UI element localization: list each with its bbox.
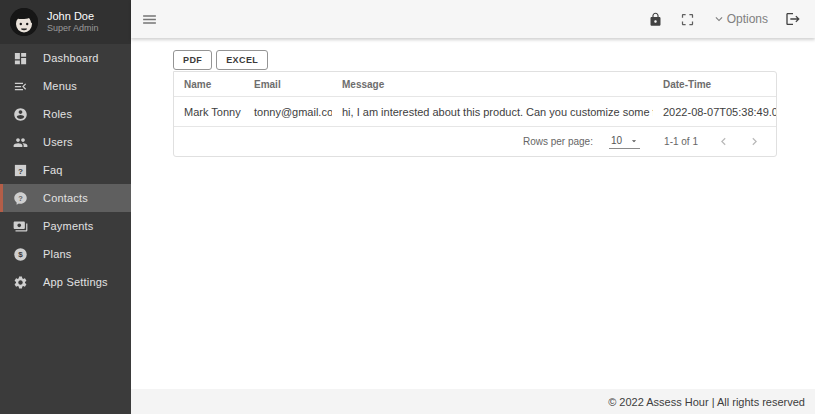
column-header-name: Name	[174, 72, 244, 97]
sidebar-item-menus[interactable]: Menus	[0, 72, 131, 100]
cell-message: hi, I am interested about this product. …	[332, 97, 653, 127]
sidebar-item-plans[interactable]: $ Plans	[0, 240, 131, 268]
export-toolbar: PDF EXCEL	[173, 50, 777, 70]
faq-icon: ?	[13, 163, 28, 178]
options-label: Options	[727, 12, 768, 26]
column-header-date-time: Date-Time	[653, 72, 776, 97]
topbar: Options	[131, 0, 815, 38]
previous-page-button[interactable]	[716, 134, 731, 149]
settings-gear-icon	[13, 275, 28, 290]
options-dropdown[interactable]: Options	[712, 12, 768, 26]
sidebar-item-faq[interactable]: ? Faq	[0, 156, 131, 184]
hamburger-icon	[141, 11, 158, 28]
sidebar-item-label: Dashboard	[43, 52, 99, 64]
svg-text:?: ?	[18, 166, 23, 175]
contacts-table-card: Name Email Message Date-Time Mark Tonny …	[173, 71, 777, 157]
main-area: Options PDF EXCEL Name Email	[131, 0, 815, 414]
sidebar-menu: Dashboard Menus Roles	[0, 44, 131, 414]
contact-support-icon: ?	[13, 191, 28, 206]
dropdown-arrow-icon	[629, 136, 639, 146]
sidebar-item-label: App Settings	[43, 276, 108, 288]
pagination-nav	[716, 134, 762, 149]
pagination-range-label: 1-1 of 1	[664, 136, 698, 147]
table-header-row: Name Email Message Date-Time	[174, 72, 776, 97]
lock-button[interactable]	[648, 12, 663, 27]
sidebar-item-label: Payments	[43, 220, 94, 232]
fullscreen-icon	[680, 12, 695, 27]
chevron-down-icon	[712, 12, 726, 26]
contacts-table: Name Email Message Date-Time Mark Tonny …	[174, 72, 776, 127]
app-root: John Doe Super Admin Dashboard Menus	[0, 0, 815, 414]
cell-date-time: 2022-08-07T05:38:49.019355	[653, 97, 776, 127]
monetization-icon: $	[13, 247, 28, 262]
column-header-message: Message	[332, 72, 653, 97]
sidebar-item-roles[interactable]: Roles	[0, 100, 131, 128]
sidebar-toggle-button[interactable]	[141, 11, 158, 28]
fullscreen-button[interactable]	[680, 12, 695, 27]
sidebar-item-app-settings[interactable]: App Settings	[0, 268, 131, 296]
logout-icon	[785, 11, 801, 27]
sidebar-item-label: Plans	[43, 248, 72, 260]
user-role: Super Admin	[47, 23, 99, 34]
topbar-actions: Options	[648, 11, 801, 27]
dashboard-icon	[13, 51, 28, 66]
pagination-bar: Rows per page: 10 1-1 of 1	[174, 127, 776, 156]
rows-per-page-select[interactable]: 10	[609, 135, 640, 149]
rows-per-page-value: 10	[611, 135, 622, 146]
sidebar-item-label: Menus	[43, 80, 77, 92]
content: PDF EXCEL Name Email Message Date-Time	[131, 38, 815, 389]
next-page-button[interactable]	[747, 134, 762, 149]
pdf-export-button[interactable]: PDF	[173, 50, 212, 70]
svg-text:$: $	[18, 250, 23, 259]
payments-icon	[13, 219, 28, 234]
users-group-icon	[13, 135, 28, 150]
cell-name: Mark Tonny	[174, 97, 244, 127]
roles-icon	[13, 107, 28, 122]
active-indicator	[0, 184, 3, 212]
user-name: John Doe	[47, 10, 99, 23]
table-row[interactable]: Mark Tonny tonny@gmail.com hi, I am inte…	[174, 97, 776, 127]
sidebar-item-label: Users	[43, 136, 73, 148]
lock-icon	[648, 12, 663, 27]
copyright-text: © 2022 Assess Hour | All rights reserved	[608, 396, 805, 408]
menu-open-icon	[13, 79, 28, 94]
sidebar-item-label: Roles	[43, 108, 72, 120]
footer: © 2022 Assess Hour | All rights reserved	[131, 389, 815, 414]
excel-export-button[interactable]: EXCEL	[216, 50, 268, 70]
sidebar-item-label: Faq	[43, 164, 63, 176]
sidebar-item-users[interactable]: Users	[0, 128, 131, 156]
sidebar-item-label: Contacts	[43, 192, 88, 204]
avatar	[10, 8, 38, 36]
logout-button[interactable]	[785, 11, 801, 27]
column-header-email: Email	[244, 72, 332, 97]
cell-email: tonny@gmail.com	[244, 97, 332, 127]
user-panel: John Doe Super Admin	[0, 0, 131, 44]
svg-text:?: ?	[18, 193, 23, 202]
sidebar-item-contacts[interactable]: ? Contacts	[0, 184, 131, 212]
rows-per-page-label: Rows per page:	[523, 136, 593, 147]
sidebar-item-payments[interactable]: Payments	[0, 212, 131, 240]
user-info: John Doe Super Admin	[47, 10, 99, 34]
sidebar-item-dashboard[interactable]: Dashboard	[0, 44, 131, 72]
sidebar: John Doe Super Admin Dashboard Menus	[0, 0, 131, 414]
